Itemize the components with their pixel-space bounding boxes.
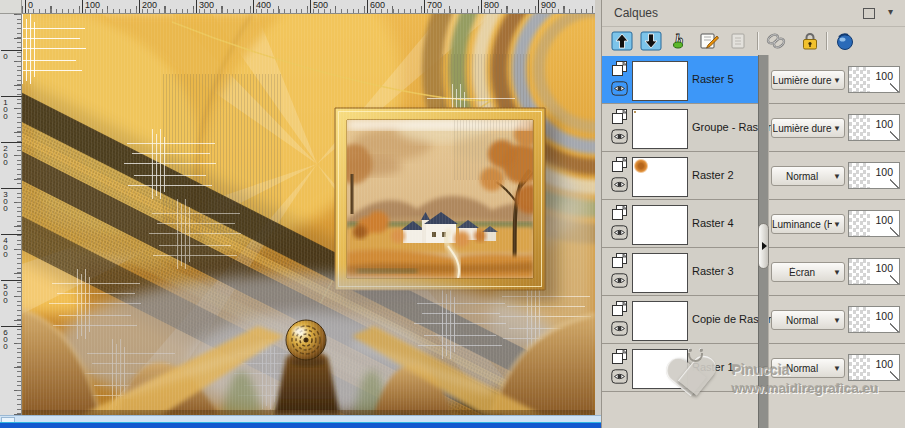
- layer-row[interactable]: Raster 2 Normal ▼ 100: [602, 152, 905, 200]
- padlock-icon: [799, 31, 821, 51]
- opacity-value: 100: [875, 310, 893, 322]
- ruler-top-label: 500: [310, 0, 328, 13]
- layer-name: Raster 1: [692, 361, 734, 373]
- ruler-top-label: 700: [424, 0, 442, 13]
- layer-thumbnail[interactable]: [632, 109, 688, 149]
- layer-row[interactable]: Raster 3 Écran ▼ 100: [602, 248, 905, 296]
- blend-mode-select[interactable]: Lumière dure ▼: [771, 118, 845, 138]
- lock-transparency-button[interactable]: [798, 30, 822, 52]
- blend-mode-value: Normal: [772, 315, 832, 326]
- opacity-value: 100: [875, 70, 893, 82]
- blend-mode-value: Normal: [772, 171, 832, 182]
- layer-type-icon: [611, 252, 628, 269]
- layer-type-icon: [611, 348, 628, 365]
- ruler-corner: [0, 0, 22, 14]
- visibility-eye-icon[interactable]: [611, 177, 628, 192]
- layer-thumbnail[interactable]: [632, 205, 688, 245]
- chevron-down-icon: ▼: [832, 172, 844, 181]
- move-layer-up-button[interactable]: [610, 30, 634, 52]
- panel-window-mode-button[interactable]: [863, 8, 875, 19]
- application-window: 0100200300400500600700800900 01002003004…: [0, 0, 905, 428]
- layer-row[interactable]: Copie de Raster 1 Normal ▼ 100: [602, 296, 905, 344]
- blend-mode-value: Lumière dure: [772, 75, 832, 86]
- layer-thumbnail[interactable]: [632, 349, 688, 389]
- visibility-eye-icon[interactable]: [611, 321, 628, 336]
- image-editor-area: 0100200300400500600700800900 01002003004…: [0, 0, 601, 428]
- panel-menu-button[interactable]: ▾: [888, 6, 893, 17]
- ruler-left-label: 500: [1, 280, 22, 303]
- layer-row-left[interactable]: Raster 3: [602, 248, 758, 295]
- horizontal-scrollbar[interactable]: [0, 415, 601, 422]
- opacity-field[interactable]: 100: [848, 66, 900, 93]
- ruler-top: 0100200300400500600700800900: [22, 0, 595, 14]
- layers-palette: Calques ▾ b: [601, 0, 905, 428]
- new-layer-button[interactable]: b: [668, 30, 692, 52]
- opacity-field[interactable]: 100: [848, 258, 900, 285]
- layer-type-icon: [611, 204, 628, 221]
- opacity-value: 100: [875, 214, 893, 226]
- artwork-graphic: [22, 14, 595, 415]
- layers-toolbar: b: [602, 27, 905, 55]
- layers-list: Raster 5 Lumière dure ▼ 100: [602, 56, 905, 392]
- layer-row[interactable]: Raster 1 Normal ▼ 100: [602, 344, 905, 392]
- blend-mode-select[interactable]: Écran ▼: [771, 262, 845, 282]
- ruler-top-label: 900: [538, 0, 556, 13]
- visibility-eye-icon[interactable]: [611, 129, 628, 144]
- layer-row-left[interactable]: Groupe - Raster 2: [602, 104, 758, 151]
- ruler-left-label: 400: [1, 234, 22, 257]
- layer-name: Raster 4: [692, 217, 734, 229]
- ruler-top-label: 200: [139, 0, 157, 13]
- toolbar-separator: [826, 32, 827, 50]
- layer-name: Raster 3: [692, 265, 734, 277]
- ruler-top-label: 600: [367, 0, 385, 13]
- opacity-field[interactable]: 100: [848, 210, 900, 237]
- layer-row-left[interactable]: Raster 5: [602, 56, 758, 103]
- canvas-artwork[interactable]: [22, 14, 595, 415]
- layer-thumbnail[interactable]: [632, 61, 688, 101]
- layer-row[interactable]: Raster 5 Lumière dure ▼ 100: [602, 56, 905, 104]
- opacity-value: 100: [875, 166, 893, 178]
- visibility-eye-icon[interactable]: [611, 369, 628, 384]
- blend-mode-select[interactable]: Lumière dure ▼: [771, 70, 845, 90]
- layer-row-left[interactable]: Raster 4: [602, 200, 758, 247]
- opacity-field[interactable]: 100: [848, 162, 900, 189]
- chevron-down-icon: ▼: [832, 124, 844, 133]
- blend-mode-select[interactable]: Normal ▼: [771, 310, 845, 330]
- blend-mode-select[interactable]: Luminance (H) ▼: [771, 214, 845, 234]
- ruler-top-label: 400: [253, 0, 271, 13]
- layer-row[interactable]: Groupe - Raster 2 Lumière dure ▼ 100: [602, 104, 905, 152]
- delete-layer-button[interactable]: [726, 30, 750, 52]
- layer-thumbnail[interactable]: [632, 301, 688, 341]
- layer-row-left[interactable]: Raster 1: [602, 344, 758, 391]
- layer-row[interactable]: Raster 4 Luminance (H) ▼ 100: [602, 200, 905, 248]
- edit-layer-button[interactable]: [697, 30, 721, 52]
- layer-name: Raster 2: [692, 169, 734, 181]
- layer-row-left[interactable]: Copie de Raster 1: [602, 296, 758, 343]
- blend-mode-select[interactable]: Normal ▼: [771, 358, 845, 378]
- opacity-field[interactable]: 100: [848, 114, 900, 141]
- chevron-down-icon: ▼: [832, 76, 844, 85]
- move-layer-down-button[interactable]: [639, 30, 663, 52]
- link-layers-button[interactable]: [764, 30, 788, 52]
- layer-row-left[interactable]: Raster 2: [602, 152, 758, 199]
- splitter-handle[interactable]: [758, 223, 769, 269]
- opacity-field[interactable]: 100: [848, 306, 900, 333]
- blend-mode-value: Normal: [772, 363, 832, 374]
- ruler-top-label: 300: [196, 0, 214, 13]
- visibility-eye-icon[interactable]: [611, 81, 628, 96]
- opacity-value: 100: [875, 358, 893, 370]
- ruler-top-label: 800: [481, 0, 499, 13]
- palette-splitter: [758, 55, 769, 428]
- opacity-field[interactable]: 100: [848, 354, 900, 381]
- layer-thumbnail[interactable]: [632, 157, 688, 197]
- visibility-eye-icon[interactable]: [611, 225, 628, 240]
- layer-thumbnail[interactable]: [632, 253, 688, 293]
- chain-link-icon: [764, 31, 788, 51]
- layers-palette-header[interactable]: Calques ▾: [602, 0, 905, 27]
- ruler-left-label: 100: [1, 96, 22, 119]
- blend-mode-select[interactable]: Normal ▼: [771, 166, 845, 186]
- chevron-down-icon: ▼: [832, 364, 844, 373]
- visibility-eye-icon[interactable]: [611, 273, 628, 288]
- blue-sphere-button[interactable]: [833, 30, 857, 52]
- layer-type-icon: [611, 156, 628, 173]
